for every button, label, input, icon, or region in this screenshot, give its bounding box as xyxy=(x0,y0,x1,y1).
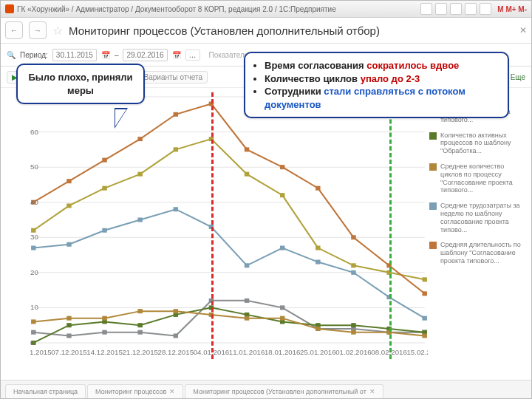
callout-left-tail xyxy=(115,108,128,129)
svg-rect-75 xyxy=(280,165,284,169)
tool-icon-5[interactable] xyxy=(480,3,491,15)
legend-label: Средняя длительность по шаблону "Согласо… xyxy=(440,241,525,265)
svg-text:15.02.2016: 15.02.2016 xyxy=(406,349,428,356)
period-label: Период: xyxy=(20,51,48,59)
svg-rect-55 xyxy=(422,333,426,338)
tab[interactable]: Мониторинг процессов✕ xyxy=(87,384,183,398)
legend-label: Средние трудозатраты за неделю по шаблон… xyxy=(440,202,525,233)
svg-rect-10 xyxy=(102,330,106,335)
tool-icon-4[interactable] xyxy=(465,3,477,15)
svg-rect-24 xyxy=(174,147,178,151)
tool-icon-2[interactable] xyxy=(435,3,447,15)
tool-icon-1[interactable] xyxy=(420,3,432,15)
marker-red xyxy=(211,92,214,359)
date-from-picker-icon[interactable]: 📅 xyxy=(101,51,110,59)
date-to-picker-icon[interactable]: 📅 xyxy=(172,51,181,59)
svg-rect-62 xyxy=(245,263,249,267)
svg-text:07.12.2015: 07.12.2015 xyxy=(51,349,86,356)
svg-rect-76 xyxy=(316,186,320,191)
svg-rect-44 xyxy=(31,319,35,324)
svg-rect-48 xyxy=(174,309,178,313)
tab-close-icon[interactable]: ✕ xyxy=(369,388,375,395)
svg-text:18.01.2016: 18.01.2016 xyxy=(265,349,300,356)
search-icon[interactable]: 🔍 xyxy=(7,51,16,59)
date-from-input[interactable]: 30.11.2015 xyxy=(52,49,97,61)
svg-rect-14 xyxy=(245,299,249,303)
svg-rect-57 xyxy=(66,242,71,247)
legend: Время просрочкиСогласование проекта типо… xyxy=(428,88,531,380)
svg-text:01.02.2016: 01.02.2016 xyxy=(335,349,371,356)
app-title: ГК «Хорунжий» / Администратор / Документ… xyxy=(17,5,336,13)
ellipsis-button[interactable]: … xyxy=(185,50,200,61)
svg-rect-50 xyxy=(245,316,249,321)
svg-rect-29 xyxy=(351,263,355,267)
tabs-bar: Начальная страницаМониторинг процессов✕М… xyxy=(1,380,531,398)
more-link[interactable]: Еще xyxy=(511,73,525,81)
svg-text:0: 0 xyxy=(30,339,34,347)
svg-rect-20 xyxy=(31,228,35,233)
callout-right: Время согласования сократилось вдвоеКоли… xyxy=(244,52,509,118)
svg-rect-77 xyxy=(351,235,355,239)
titlebar: ГК «Хорунжий» / Администратор / Документ… xyxy=(1,1,531,18)
legend-label: Количество активных процессов по шаблону… xyxy=(440,132,525,155)
tool-icon-3[interactable] xyxy=(450,3,462,15)
legend-item: Средние трудозатраты за неделю по шаблон… xyxy=(429,202,525,233)
nav-back-button[interactable]: ← xyxy=(5,21,23,39)
svg-rect-33 xyxy=(66,323,71,327)
svg-rect-60 xyxy=(174,207,178,211)
svg-rect-71 xyxy=(137,137,142,141)
svg-rect-58 xyxy=(102,228,106,233)
svg-text:40: 40 xyxy=(30,199,38,206)
svg-text:20: 20 xyxy=(30,269,38,276)
svg-text:30: 30 xyxy=(30,234,38,242)
svg-text:14.12.2015: 14.12.2015 xyxy=(86,349,122,356)
callout-bullet: Сотрудники стали справляться с потоком д… xyxy=(265,85,500,111)
svg-rect-46 xyxy=(102,316,106,321)
svg-rect-21 xyxy=(66,203,71,208)
variants-label: Варианты отчета xyxy=(144,73,202,81)
svg-rect-53 xyxy=(351,330,355,335)
svg-rect-41 xyxy=(351,323,355,327)
date-to-input[interactable]: 29.02.2016 xyxy=(123,49,167,61)
page-title: Мониторинг процессов (Установлен дополни… xyxy=(69,24,380,37)
svg-rect-72 xyxy=(174,112,178,117)
svg-rect-47 xyxy=(137,309,142,313)
svg-rect-63 xyxy=(280,246,284,250)
callout-left: Было плохо, приняли меры xyxy=(16,64,145,104)
tab-close-icon[interactable]: ✕ xyxy=(169,388,175,395)
chart-area: 30.11.201507.12.201514.12.201521.12.2015… xyxy=(1,88,531,380)
svg-rect-15 xyxy=(280,305,284,310)
marker-green xyxy=(389,92,392,359)
legend-item: Среднее количество циклов по процессу "С… xyxy=(429,163,525,194)
tab-label: Начальная страница xyxy=(13,388,78,395)
svg-rect-69 xyxy=(66,179,71,183)
legend-label: Среднее количество циклов по процессу "С… xyxy=(440,163,525,194)
svg-text:21.12.2015: 21.12.2015 xyxy=(122,349,157,356)
legend-swatch xyxy=(429,242,437,249)
svg-text:28.12.2015: 28.12.2015 xyxy=(158,349,194,356)
svg-rect-27 xyxy=(280,193,284,197)
header-bar: ← → ☆ Мониторинг процессов (Установлен д… xyxy=(1,18,531,44)
app-icon xyxy=(5,4,14,13)
svg-text:25.01.2016: 25.01.2016 xyxy=(300,349,335,356)
svg-rect-59 xyxy=(137,217,142,222)
tab[interactable]: Мониторинг процессов (Установлен дополни… xyxy=(185,384,383,398)
close-icon[interactable]: ✕ xyxy=(519,25,527,35)
svg-rect-70 xyxy=(102,158,106,163)
svg-text:50: 50 xyxy=(30,163,38,171)
nav-fwd-button[interactable]: → xyxy=(29,21,47,39)
tab[interactable]: Начальная страница xyxy=(5,384,86,398)
legend-swatch xyxy=(429,202,437,210)
svg-rect-8 xyxy=(31,330,35,335)
favorite-icon[interactable]: ☆ xyxy=(52,24,63,38)
svg-rect-11 xyxy=(137,330,142,335)
svg-rect-35 xyxy=(137,323,142,327)
legend-swatch xyxy=(429,132,437,140)
tab-label: Мониторинг процессов (Установлен дополни… xyxy=(193,388,366,395)
svg-rect-67 xyxy=(422,316,426,321)
callout-bullet: Количество циклов упало до 2-3 xyxy=(265,72,500,86)
svg-rect-56 xyxy=(31,246,35,250)
svg-rect-51 xyxy=(280,316,284,321)
svg-rect-28 xyxy=(316,246,320,250)
callout-bullet: Время согласования сократилось вдвое xyxy=(265,59,500,72)
